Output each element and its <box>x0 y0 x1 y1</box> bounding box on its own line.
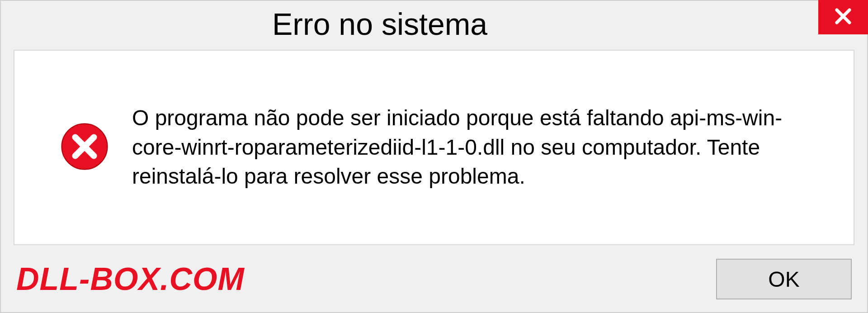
titlebar: Erro no sistema <box>1 1 867 46</box>
ok-button[interactable]: OK <box>716 259 852 299</box>
error-icon <box>60 122 109 173</box>
close-button[interactable] <box>818 0 868 34</box>
ok-button-label: OK <box>768 267 799 292</box>
dialog-title: Erro no sistema <box>1 1 487 42</box>
error-dialog: Erro no sistema O programa não pode ser … <box>0 0 868 313</box>
watermark-text: DLL-BOX.COM <box>16 261 245 297</box>
footer: DLL-BOX.COM OK <box>1 254 867 312</box>
error-message: O programa não pode ser iniciado porque … <box>132 104 826 191</box>
close-icon <box>832 5 854 29</box>
content-panel: O programa não pode ser iniciado porque … <box>14 50 854 245</box>
